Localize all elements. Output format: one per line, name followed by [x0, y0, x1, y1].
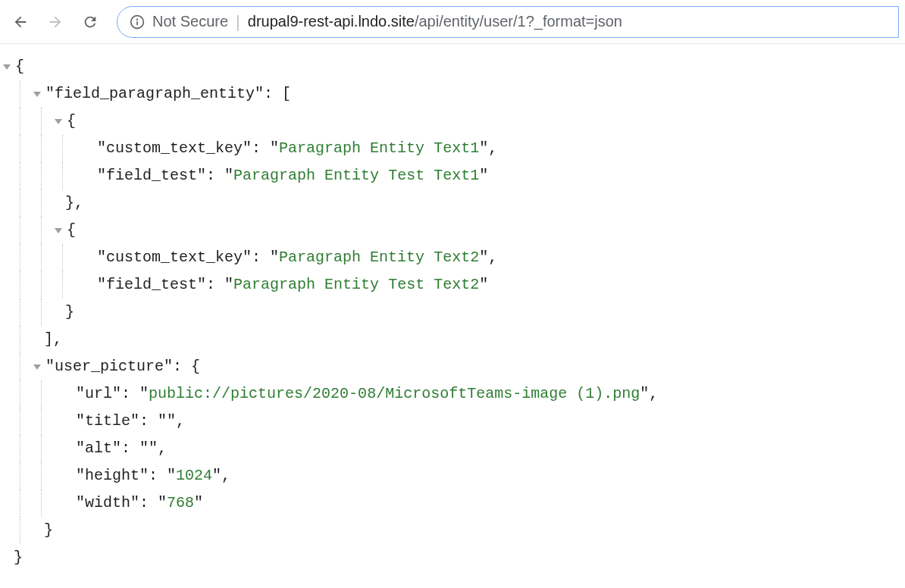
url-host: drupal9-rest-api.lndo.site — [248, 13, 415, 30]
json-line: "field_test": "Paragraph Entity Test Tex… — [0, 162, 905, 189]
json-key: field_paragraph_entity — [55, 80, 255, 108]
json-line: } — [0, 299, 905, 326]
json-key: alt — [85, 435, 112, 462]
arrow-left-icon — [12, 14, 29, 30]
json-line: { — [0, 217, 905, 244]
address-bar[interactable]: Not Secure | drupal9-rest-api.lndo.site/… — [117, 6, 899, 38]
brace-open: { — [67, 217, 76, 244]
bracket-close: ] — [44, 326, 53, 353]
brace-close: } — [65, 299, 74, 326]
json-value: 768 — [167, 489, 194, 517]
json-line: "custom_text_key": "Paragraph Entity Tex… — [0, 135, 905, 162]
brace-open: { — [67, 108, 76, 135]
json-line: "url": "public://pictures/2020-08/Micros… — [0, 380, 905, 408]
json-key: field_test — [106, 271, 197, 299]
info-icon[interactable] — [130, 14, 145, 30]
json-key: field_test — [106, 162, 197, 189]
json-line: } — [0, 517, 905, 544]
url-path: /api/entity/user/1?_format=json — [415, 13, 622, 30]
brace-close: } — [14, 544, 23, 571]
url-text: drupal9-rest-api.lndo.site/api/entity/us… — [248, 13, 622, 30]
json-value: Paragraph Entity Text2 — [279, 244, 479, 271]
brace-open: { — [15, 53, 24, 80]
back-button[interactable] — [6, 8, 35, 36]
json-line: }, — [0, 189, 905, 217]
json-line: "custom_text_key": "Paragraph Entity Tex… — [0, 244, 905, 271]
reload-button[interactable] — [76, 8, 105, 36]
json-value: Paragraph Entity Test Text2 — [233, 271, 479, 299]
json-line: "alt": "", — [0, 435, 905, 462]
json-value: public://pictures/2020-08/MicrosoftTeams… — [149, 380, 640, 408]
brace-close: } — [65, 189, 74, 217]
json-key: url — [85, 380, 112, 408]
reload-icon — [82, 14, 99, 30]
json-line: { — [0, 53, 905, 80]
svg-rect-2 — [136, 21, 138, 25]
brace-close: } — [44, 517, 53, 544]
divider: | — [236, 12, 240, 32]
security-status: Not Secure — [152, 13, 228, 30]
json-line: } — [0, 544, 905, 571]
json-key: user_picture — [55, 353, 164, 380]
brace-open: { — [191, 353, 200, 380]
json-value: Paragraph Entity Text1 — [279, 135, 479, 162]
json-key: title — [85, 408, 130, 435]
json-key: custom_text_key — [106, 135, 243, 162]
json-line: { — [0, 108, 905, 135]
json-value: Paragraph Entity Test Text1 — [233, 162, 479, 189]
json-line: "height": "1024", — [0, 462, 905, 489]
json-line: "field_test": "Paragraph Entity Test Tex… — [0, 271, 905, 299]
json-line: "field_paragraph_entity": [ — [0, 80, 905, 108]
json-value: 1024 — [176, 462, 212, 489]
toggle-icon[interactable] — [52, 224, 65, 237]
json-line: ], — [0, 326, 905, 353]
svg-point-1 — [136, 18, 138, 20]
json-line: "width": "768" — [0, 489, 905, 517]
toggle-icon[interactable] — [30, 87, 44, 101]
arrow-right-icon — [47, 14, 64, 30]
json-key: custom_text_key — [106, 244, 243, 271]
bracket-open: [ — [282, 80, 291, 108]
toggle-icon[interactable] — [30, 360, 44, 374]
toggle-icon[interactable] — [52, 114, 65, 128]
json-line: "title": "", — [0, 408, 905, 435]
json-viewer: { "field_paragraph_entity": [ { "custom_… — [0, 44, 905, 580]
json-key: width — [85, 489, 130, 517]
forward-button[interactable] — [41, 8, 70, 36]
json-key: height — [85, 462, 139, 489]
json-line: "user_picture": { — [0, 353, 905, 380]
toggle-icon[interactable] — [0, 60, 14, 74]
browser-toolbar: Not Secure | drupal9-rest-api.lndo.site/… — [0, 0, 905, 44]
